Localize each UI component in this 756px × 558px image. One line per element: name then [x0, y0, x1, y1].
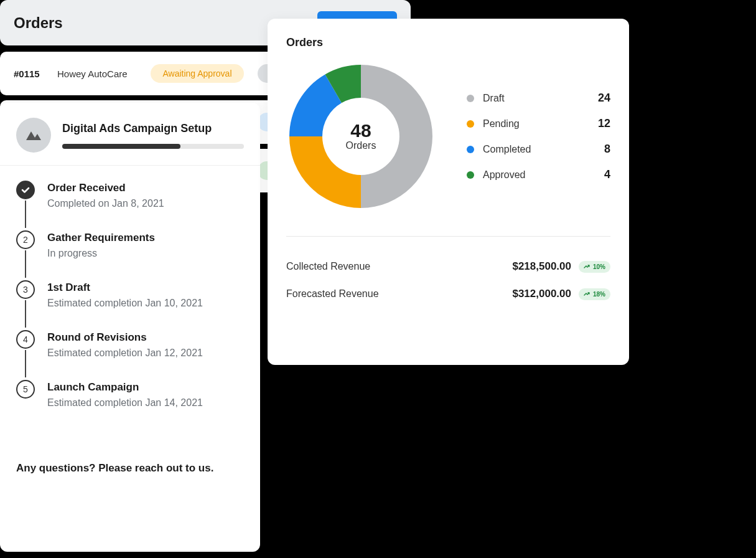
step-title: Launch Campaign [47, 381, 203, 394]
step-title: Gather Requirements [47, 232, 155, 244]
timeline-step: 5Launch CampaignEstimated completion Jan… [16, 380, 244, 425]
orders-list-title: Orders [14, 14, 63, 32]
orders-overview-title: Orders [286, 36, 610, 49]
timeline-step: 2Gather RequirementsIn progress [16, 230, 244, 280]
order-id: #0115 [14, 69, 57, 79]
donut-label: Orders [346, 140, 376, 151]
revenue-label: Collected Revenue [286, 261, 503, 272]
legend-label: Draft [483, 93, 598, 104]
timeline: Order ReceivedCompleted on Jan 8, 20212G… [0, 166, 260, 425]
legend-dot-icon [467, 95, 474, 102]
donut-legend: Draft24Pending12Completed8Approved4 [467, 85, 610, 187]
revenue-rows: Collected Revenue$218,500.0010%Forecaste… [286, 237, 610, 308]
campaign-footer: Any questions? Please reach out to us. [0, 425, 260, 475]
revenue-value: $312,000.00 [503, 288, 571, 300]
step-marker: 5 [16, 380, 35, 399]
timeline-step: 31st DraftEstimated completion Jan 10, 2… [16, 280, 244, 330]
legend-dot-icon [467, 171, 474, 179]
step-subtitle: Estimated completion Jan 10, 2021 [47, 298, 203, 309]
trend-up-icon [584, 291, 590, 296]
timeline-step: Order ReceivedCompleted on Jan 8, 2021 [16, 181, 244, 230]
legend-row: Pending12 [467, 111, 610, 136]
step-title: 1st Draft [47, 281, 203, 294]
step-subtitle: Estimated completion Jan 12, 2021 [47, 348, 203, 359]
step-marker: 4 [16, 330, 35, 349]
campaign-title: Digital Ads Campaign Setup [62, 122, 244, 135]
legend-dot-icon [467, 146, 474, 153]
legend-label: Pending [483, 118, 598, 130]
step-title: Round of Revisions [47, 331, 203, 344]
legend-label: Approved [483, 169, 604, 181]
step-marker-done [16, 181, 35, 199]
progress-fill [62, 144, 180, 149]
order-client: Howey AutoCare [57, 69, 151, 79]
legend-row: Approved4 [467, 162, 610, 187]
legend-row: Draft24 [467, 85, 610, 111]
progress-bar [62, 144, 244, 149]
step-subtitle: Completed on Jan 8, 2021 [47, 198, 164, 209]
step-title: Order Received [47, 182, 164, 194]
step-subtitle: Estimated completion Jan 14, 2021 [47, 397, 203, 409]
revenue-value: $218,500.00 [503, 260, 571, 273]
trend-pill: 18% [579, 288, 610, 300]
legend-value: 24 [598, 92, 610, 105]
campaign-panel: Digital Ads Campaign Setup Order Receive… [0, 103, 260, 552]
legend-label: Completed [483, 144, 604, 155]
revenue-row: Forecasted Revenue$312,000.0018% [286, 280, 610, 308]
orders-donut-chart: 48 Orders [286, 62, 436, 211]
donut-total: 48 [346, 121, 376, 140]
legend-dot-icon [467, 120, 474, 128]
step-subtitle: In progress [47, 248, 155, 259]
legend-value: 8 [604, 143, 610, 156]
status-badge: Awaiting Approval [151, 64, 244, 83]
revenue-row: Collected Revenue$218,500.0010% [286, 253, 610, 280]
trend-pill: 10% [579, 261, 610, 273]
mountain-icon [16, 118, 51, 153]
step-marker: 2 [16, 230, 35, 249]
campaign-header: Digital Ads Campaign Setup [0, 103, 260, 166]
legend-row: Completed8 [467, 136, 610, 162]
revenue-label: Forecasted Revenue [286, 288, 503, 300]
trend-up-icon [584, 264, 590, 269]
orders-overview-panel: Orders 48 Orders Draft24Pending12Complet… [268, 19, 629, 365]
legend-value: 4 [604, 168, 610, 181]
timeline-step: 4Round of RevisionsEstimated completion … [16, 330, 244, 380]
step-marker: 3 [16, 280, 35, 299]
legend-value: 12 [598, 117, 610, 130]
